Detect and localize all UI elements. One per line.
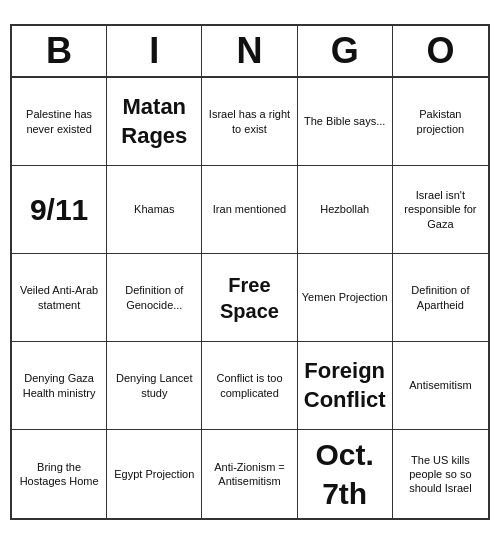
bingo-cell-8: Hezbollah <box>298 166 393 254</box>
bingo-cell-4: Pakistan projection <box>393 78 488 166</box>
bingo-cell-23: Oct. 7th <box>298 430 393 518</box>
bingo-cell-15: Denying Gaza Health ministry <box>12 342 107 430</box>
bingo-cell-10: Veiled Anti-Arab statment <box>12 254 107 342</box>
bingo-cell-1: Matan Rages <box>107 78 202 166</box>
header-letter-g: G <box>298 26 393 76</box>
bingo-card: BINGO Palestine has never existedMatan R… <box>10 24 490 520</box>
bingo-cell-20: Bring the Hostages Home <box>12 430 107 518</box>
header-letter-i: I <box>107 26 202 76</box>
bingo-header: BINGO <box>12 26 488 78</box>
bingo-cell-6: Khamas <box>107 166 202 254</box>
bingo-cell-13: Yemen Projection <box>298 254 393 342</box>
bingo-cell-11: Definition of Genocide... <box>107 254 202 342</box>
bingo-cell-2: Israel has a right to exist <box>202 78 297 166</box>
bingo-cell-5: 9/11 <box>12 166 107 254</box>
bingo-cell-19: Antisemitism <box>393 342 488 430</box>
bingo-cell-22: Anti-Zionism = Antisemitism <box>202 430 297 518</box>
bingo-cell-17: Conflict is too complicated <box>202 342 297 430</box>
bingo-cell-12: Free Space <box>202 254 297 342</box>
bingo-cell-18: Foreign Conflict <box>298 342 393 430</box>
bingo-cell-9: Israel isn't responsible for Gaza <box>393 166 488 254</box>
bingo-cell-14: Definition of Apartheid <box>393 254 488 342</box>
header-letter-o: O <box>393 26 488 76</box>
bingo-cell-16: Denying Lancet study <box>107 342 202 430</box>
bingo-grid: Palestine has never existedMatan RagesIs… <box>12 78 488 518</box>
bingo-cell-3: The Bible says... <box>298 78 393 166</box>
bingo-cell-24: The US kills people so so should Israel <box>393 430 488 518</box>
header-letter-n: N <box>202 26 297 76</box>
header-letter-b: B <box>12 26 107 76</box>
bingo-cell-7: Iran mentioned <box>202 166 297 254</box>
bingo-cell-21: Egypt Projection <box>107 430 202 518</box>
bingo-cell-0: Palestine has never existed <box>12 78 107 166</box>
